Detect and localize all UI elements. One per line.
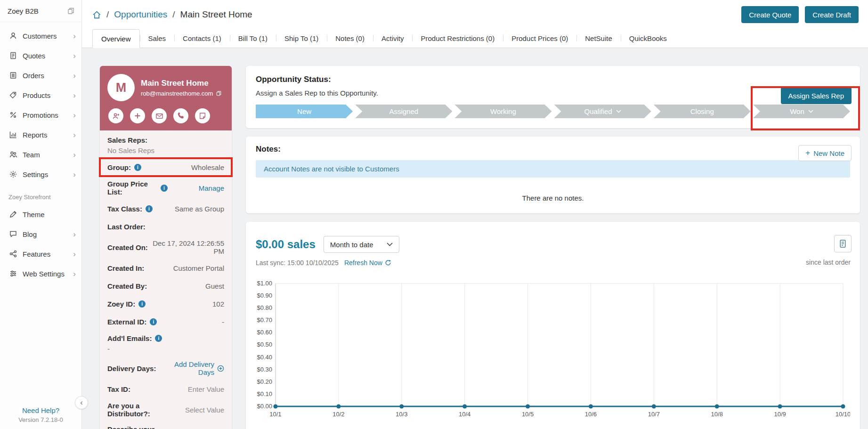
info-icon[interactable]: i xyxy=(146,205,153,212)
info-icon[interactable]: i xyxy=(138,300,146,308)
breadcrumb-opportunities-link[interactable]: Opportunities xyxy=(114,9,167,20)
field-addl-emails: Add'l Emails: i - xyxy=(100,331,232,356)
sliders-icon xyxy=(8,269,18,278)
new-note-button[interactable]: + New Note xyxy=(798,145,852,161)
svg-text:10/9: 10/9 xyxy=(774,411,786,418)
stage-working[interactable]: Working xyxy=(454,105,552,118)
breadcrumb-separator: / xyxy=(172,9,175,20)
plus-icon: + xyxy=(805,148,810,158)
field-value: Same as Group xyxy=(175,205,224,213)
tab-ship-to[interactable]: Ship To (1) xyxy=(276,29,327,48)
stage-new[interactable]: New xyxy=(256,105,353,118)
stage-assigned[interactable]: Assigned xyxy=(355,105,452,118)
home-icon[interactable] xyxy=(92,10,101,19)
sidebar-section-storefront: Zoey Storefront xyxy=(0,184,81,204)
svg-text:$1.00: $1.00 xyxy=(257,280,272,287)
add-contact-button[interactable] xyxy=(108,108,123,123)
sales-amount: $0.00 sales xyxy=(256,238,316,251)
quotes-icon xyxy=(8,51,18,60)
field-tax-id: Tax ID: Enter Value xyxy=(100,380,232,398)
sidebar-item-label: Blog xyxy=(23,230,37,238)
sidebar-item-quotes[interactable]: Quotes › xyxy=(0,46,81,65)
svg-text:10/8: 10/8 xyxy=(711,411,723,418)
sidebar-item-label: Quotes xyxy=(23,52,45,60)
need-help-link[interactable]: Need Help? xyxy=(0,406,81,414)
tax-id-input-placeholder[interactable]: Enter Value xyxy=(188,385,224,393)
sidebar-item-label: Theme xyxy=(23,210,45,219)
refresh-now-link[interactable]: Refresh Now xyxy=(344,259,391,267)
tab-netsuite[interactable]: NetSuite xyxy=(576,29,621,48)
stage-qualified[interactable]: Qualified xyxy=(554,105,651,118)
export-report-button[interactable] xyxy=(834,235,852,252)
notes-empty-message: There are no notes. xyxy=(256,194,850,202)
pipeline-stages: New Assigned Working Qualified Closing W… xyxy=(256,105,850,118)
email-button[interactable] xyxy=(152,108,167,123)
tab-notes[interactable]: Notes (0) xyxy=(327,29,373,48)
copy-email-icon[interactable] xyxy=(216,90,222,97)
profile-quick-actions xyxy=(107,108,224,123)
distributor-select-placeholder[interactable]: Select Value xyxy=(185,406,224,414)
stage-won[interactable]: Won xyxy=(753,105,850,118)
info-icon[interactable]: i xyxy=(150,318,157,325)
phone-button[interactable] xyxy=(173,108,188,123)
opportunity-status-subtitle: Assign a Sales Rep to this Opportunity. xyxy=(256,89,850,97)
add-delivery-days-link[interactable]: Add Delivery Days xyxy=(160,360,224,376)
field-last-order: Last Order: xyxy=(100,218,232,235)
field-value: No Sales Reps xyxy=(107,146,154,154)
create-draft-button[interactable]: Create Draft xyxy=(805,6,859,23)
chevron-right-icon: › xyxy=(73,52,76,60)
create-quote-button[interactable]: Create Quote xyxy=(741,6,799,23)
profile-header: M Main Street Home rob@mainstreethome.co… xyxy=(100,66,232,130)
manage-link[interactable]: Manage xyxy=(199,184,224,192)
tab-activity[interactable]: Activity xyxy=(373,29,413,48)
brand-title: Zoey B2B xyxy=(8,7,39,15)
field-value: 102 xyxy=(212,300,224,308)
info-icon[interactable]: i xyxy=(134,164,141,171)
circle-plus-icon xyxy=(217,365,224,372)
tab-contacts[interactable]: Contacts (1) xyxy=(174,29,230,48)
date-range-select[interactable]: Month to date xyxy=(324,236,399,253)
add-button[interactable] xyxy=(130,108,145,123)
sidebar-item-products[interactable]: Products › xyxy=(0,85,81,105)
stage-closing[interactable]: Closing xyxy=(654,105,751,118)
info-icon[interactable]: i xyxy=(155,335,162,342)
orders-icon xyxy=(8,71,18,80)
field-describe-business: Describe your Business: * Home goods sto… xyxy=(100,421,232,429)
info-icon[interactable]: i xyxy=(161,185,168,192)
tab-quickbooks[interactable]: QuickBooks xyxy=(621,29,675,48)
svg-text:10/4: 10/4 xyxy=(459,411,471,418)
chevron-right-icon: › xyxy=(73,32,76,40)
field-value: Customer Portal xyxy=(173,264,224,272)
tab-product-restrictions[interactable]: Product Restrictions (0) xyxy=(412,29,503,48)
sidebar-item-blog[interactable]: Blog › xyxy=(0,224,81,244)
note-button[interactable] xyxy=(195,108,210,123)
sidebar-item-label: Web Settings xyxy=(23,270,65,278)
field-label: Created By: xyxy=(107,282,147,290)
reports-icon xyxy=(8,130,18,139)
sidebar-item-team[interactable]: Team › xyxy=(0,145,81,164)
copy-icon[interactable] xyxy=(67,7,75,15)
sidebar-item-theme[interactable]: Theme xyxy=(0,204,81,224)
sidebar-item-promotions[interactable]: Promotions › xyxy=(0,105,81,125)
sidebar-item-settings[interactable]: Settings › xyxy=(0,164,81,184)
chevron-right-icon: › xyxy=(73,170,76,178)
tab-sales[interactable]: Sales xyxy=(140,29,175,48)
sidebar-item-orders[interactable]: Orders › xyxy=(0,65,81,85)
tab-bill-to[interactable]: Bill To (1) xyxy=(230,29,276,48)
sidebar-item-customers[interactable]: Customers › xyxy=(0,26,81,46)
sidebar-item-features[interactable]: Features › xyxy=(0,244,81,264)
sidebar-item-reports[interactable]: Reports › xyxy=(0,125,81,145)
field-label: Describe your Business: xyxy=(107,425,161,429)
field-delivery-days: Delivery Days: Add Delivery Days xyxy=(100,356,232,380)
app-window: Zoey B2B Customers › Quotes › Orders › xyxy=(0,0,868,429)
tab-product-prices[interactable]: Product Prices (0) xyxy=(503,29,576,48)
sidebar-item-label: Reports xyxy=(23,131,48,139)
tab-overview[interactable]: Overview xyxy=(92,29,140,48)
field-sales-reps: Sales Reps: No Sales Reps xyxy=(100,132,232,158)
sidebar-collapse-button[interactable]: ‹ xyxy=(75,396,88,409)
assign-sales-rep-button[interactable]: Assign Sales Rep xyxy=(781,87,852,104)
field-label: Tax ID: xyxy=(107,385,130,393)
sidebar: Zoey B2B Customers › Quotes › Orders › xyxy=(0,0,82,429)
customer-profile-card: M Main Street Home rob@mainstreethome.co… xyxy=(100,66,232,429)
sidebar-item-web-settings[interactable]: Web Settings › xyxy=(0,264,81,283)
